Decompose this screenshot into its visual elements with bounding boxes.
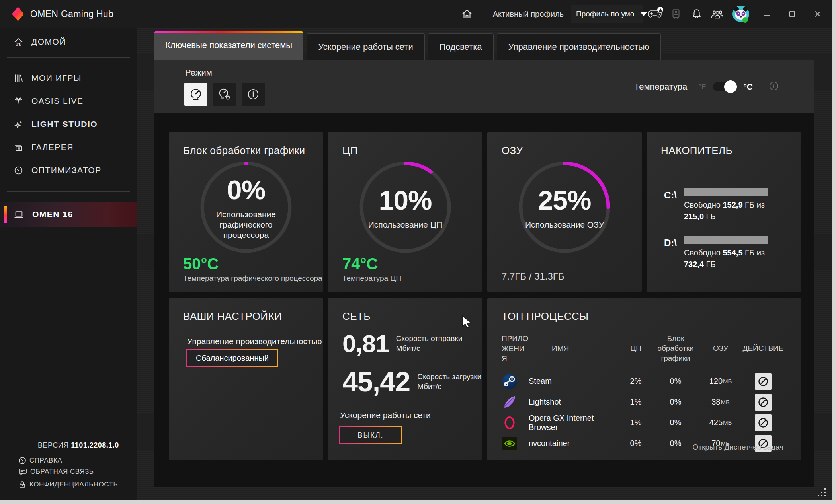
tab-performance-control[interactable]: Управление производительностью	[497, 33, 661, 60]
privacy-link[interactable]: КОНФИДЕНЦИАЛЬНОСТЬ	[18, 481, 118, 488]
version-line: ВЕРСИЯ 1101.2208.1.0	[0, 441, 137, 450]
title-bar: OMEN Gaming Hub Активный профиль Профиль…	[0, 0, 832, 28]
opera-gx-icon	[502, 415, 518, 431]
settings-card-title: ВАШИ НАСТРОЙКИ	[183, 310, 282, 323]
upload-speed-row: 0,81 Скорость отправкиМбит/с	[342, 329, 462, 358]
game-invites-button[interactable]	[647, 5, 664, 23]
process-cpu: 0%	[620, 433, 651, 454]
drive-letter: D:\	[664, 237, 677, 249]
feedback-kiosk-button[interactable]	[667, 5, 685, 23]
process-gpu: 0%	[651, 392, 700, 413]
process-icon-cell	[502, 433, 529, 454]
home-button[interactable]	[458, 5, 476, 23]
sidebar-item-optimizer[interactable]: ОПТИМИЗАТОР	[0, 159, 137, 182]
chevron-down-icon	[641, 12, 647, 16]
temperature-unit-toggle[interactable]	[713, 82, 736, 91]
drive-free-text: Свободно 554,5 ГБ из 732,4 ГБ	[684, 247, 765, 270]
sidebar-item-label: МОИ ИГРЫ	[31, 73, 82, 83]
sidebar-item-omen16[interactable]: OMEN 16	[0, 202, 137, 227]
fahrenheit-label: °F	[698, 82, 706, 91]
process-gpu: 0%	[651, 371, 700, 392]
minimize-button[interactable]	[756, 3, 778, 25]
maximize-button[interactable]	[781, 3, 803, 25]
tab-label: Управление производительностью	[508, 42, 650, 52]
ram-card-title: ОЗУ	[502, 144, 523, 157]
sidebar-item-my-games[interactable]: МОИ ИГРЫ	[0, 66, 137, 90]
divider	[7, 191, 130, 192]
process-action-cell	[741, 413, 785, 433]
process-gpu: 0%	[651, 413, 700, 433]
block-process-button[interactable]	[755, 414, 772, 431]
sidebar-item-light-studio[interactable]: LIGHT STUDIO	[0, 113, 137, 136]
user-avatar[interactable]	[732, 5, 750, 23]
ram-usage-ring: 25% Использование ОЗУ	[517, 160, 612, 255]
help-link[interactable]: СПРАВКА	[18, 457, 62, 465]
storage-card-title: НАКОПИТЕЛЬ	[661, 144, 732, 157]
top-processes-card: ТОП ПРОЦЕССЫ ПРИЛОЖЕНИЯ ИМЯ ЦП Блок обра…	[487, 298, 801, 460]
process-action-cell	[741, 371, 785, 392]
process-icon-cell	[502, 371, 529, 392]
version-number: 1101.2208.1.0	[71, 441, 119, 449]
cpu-usage-ring: 10% Использование ЦП	[357, 160, 453, 255]
column-header-cpu: ЦП	[620, 338, 651, 361]
nvidia-icon	[502, 436, 518, 451]
notifications-button[interactable]	[688, 5, 705, 23]
performance-mode-button[interactable]: Сбалансированный	[186, 349, 278, 367]
tab-bar: Ключевые показатели системы Ускорение ра…	[154, 31, 661, 60]
mode-info-button[interactable]	[242, 83, 265, 106]
drive-letter: C:\	[664, 190, 677, 201]
process-cpu: 1%	[620, 392, 651, 413]
divider	[7, 57, 130, 58]
block-process-button[interactable]	[755, 373, 772, 390]
tab-system-vitals[interactable]: Ключевые показатели системы	[154, 31, 303, 60]
process-name: Steam	[529, 371, 620, 392]
selected-accent-bar	[4, 206, 7, 223]
processes-table: ПРИЛОЖЕНИЯ ИМЯ ЦП Блок обработки графики…	[502, 328, 785, 454]
active-profile-label: Активный профиль	[493, 10, 564, 19]
performance-control-label: Управление производительностью	[187, 337, 322, 346]
network-booster-state: ВЫКЛ.	[340, 427, 401, 443]
network-card-title: СЕТЬ	[342, 310, 371, 323]
maximize-icon	[789, 10, 796, 18]
close-button[interactable]	[807, 3, 829, 25]
sidebar-footer: ВЕРСИЯ 1101.2208.1.0 СПРАВКА О	[0, 441, 137, 488]
process-cpu: 2%	[620, 371, 651, 392]
process-name: Opera GX Internet Browser	[529, 413, 620, 433]
block-process-button[interactable]	[755, 394, 772, 411]
resize-grip[interactable]	[818, 488, 826, 497]
drive-usage-bar	[684, 188, 768, 196]
sidebar-item-home[interactable]: ДОМОЙ	[0, 30, 137, 53]
network-booster-label: Ускорение работы сети	[340, 411, 431, 420]
process-name: nvcontainer	[529, 433, 620, 454]
cpu-card: ЦП 10% Использование ЦП 74°C Температура…	[328, 132, 482, 292]
open-task-manager-link[interactable]: Открыть Диспетчер задач	[692, 443, 783, 451]
process-action-cell	[741, 392, 785, 413]
community-button[interactable]	[709, 5, 726, 23]
sidebar-item-gallery[interactable]: ГАЛЕРЕЯ	[0, 136, 137, 159]
home-icon	[14, 37, 23, 47]
profile-dropdown[interactable]: Профиль по умо...	[571, 5, 643, 23]
sidebar-item-oasis-live[interactable]: OASIS LIVE	[0, 90, 137, 113]
tab-network-booster[interactable]: Ускорение работы сети	[307, 33, 425, 60]
network-booster-toggle-button[interactable]: ВЫКЛ.	[339, 426, 402, 444]
tab-label: Ключевые показатели системы	[165, 40, 292, 51]
sidebar-item-label: ДОМОЙ	[31, 37, 66, 47]
temperature-info-button[interactable]	[769, 81, 779, 93]
sparkle-icon	[14, 119, 23, 129]
sidebar-item-label: ГАЛЕРЕЯ	[31, 142, 74, 152]
gpu-usage-ring: 0% Использование графического процессора	[198, 160, 294, 255]
ram-usage-label: Использование ОЗУ	[525, 220, 604, 230]
home-icon	[461, 8, 473, 20]
laptop-icon	[14, 209, 24, 220]
process-icon-cell	[502, 392, 529, 413]
lock-icon	[18, 481, 26, 488]
divider	[482, 8, 482, 20]
process-icon-cell	[502, 413, 529, 433]
mode-gauge-settings-button[interactable]	[213, 83, 236, 106]
process-ram: 38МБ	[700, 392, 741, 413]
performance-mode-value: Сбалансированный	[187, 350, 277, 366]
panda-avatar-icon	[732, 5, 750, 23]
mode-gauge-button[interactable]	[184, 83, 207, 106]
tab-lighting[interactable]: Подсветка	[428, 33, 494, 60]
feedback-link[interactable]: ОБРАТНАЯ СВЯЗЬ	[18, 468, 94, 476]
